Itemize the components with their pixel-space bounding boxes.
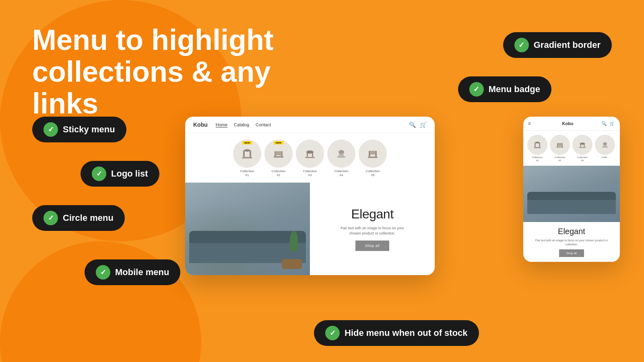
mobile-nav: ≡ Kobu 🔍 🛒 xyxy=(523,117,620,131)
badge-mobile-menu-label: Mobile menu xyxy=(115,267,169,278)
collection-item-2[interactable]: NEW Collection#2 xyxy=(264,140,293,178)
hero-title: Elegant xyxy=(351,207,393,222)
badge-sticky-menu-label: Sticky menu xyxy=(63,124,115,135)
badge-circle-menu: ✓ Circle menu xyxy=(32,205,125,231)
mobile-logo: Kobu xyxy=(534,121,601,126)
mobile-shop-all-button[interactable]: Shop all xyxy=(559,249,584,257)
mobile-collection-2[interactable]: Collection#2 xyxy=(550,135,570,162)
desktop-collections: NEW Collection#1 NEW xyxy=(185,133,435,183)
collection-item-5[interactable]: Collection#5 xyxy=(359,140,387,178)
desktop-mockup: Kobu Home Catalog Contact 🔍 🛒 NEW Coll xyxy=(185,117,435,275)
search-icon[interactable]: 🔍 xyxy=(409,121,416,128)
svg-rect-23 xyxy=(557,146,564,148)
badge-logo-list: ✓ Logo list xyxy=(80,161,159,187)
sofa-back xyxy=(189,231,306,243)
collection-label-3: Collection#3 xyxy=(303,169,317,178)
badge-hide-menu-label: Hide menu when out of stock xyxy=(345,328,468,338)
mobile-collection-1[interactable]: Collection#1 xyxy=(527,135,547,162)
svg-point-14 xyxy=(339,150,344,154)
mobile-hero-desc: Pair text with an image to focus on your… xyxy=(529,239,614,247)
mobile-collection-label-1: Collection#1 xyxy=(532,156,543,162)
mobile-sofa-back xyxy=(527,192,616,200)
mobile-hero-text: Elegant Pair text with an image to focus… xyxy=(523,222,620,262)
svg-rect-20 xyxy=(535,142,536,147)
cart-icon[interactable]: 🛒 xyxy=(420,121,427,128)
badge-hide-menu: ✓ Hide menu when out of stock xyxy=(314,320,479,346)
desktop-logo: Kobu xyxy=(193,121,208,128)
collection-item-3[interactable]: Collection#3 xyxy=(296,140,324,178)
svg-rect-21 xyxy=(539,142,540,147)
mobile-cart-icon[interactable]: 🛒 xyxy=(609,121,615,126)
shop-all-button[interactable]: Shop all xyxy=(355,241,390,251)
svg-rect-1 xyxy=(243,150,245,157)
mobile-collection-circle-2 xyxy=(550,135,570,155)
title-line1: Menu to highlight xyxy=(32,24,274,56)
hero-desc: Pair text with an image to focus on your… xyxy=(340,226,405,237)
mobile-hero-image xyxy=(523,166,620,222)
mobile-search-icon[interactable]: 🔍 xyxy=(601,121,607,126)
mobile-collection-3[interactable]: Collection#3 xyxy=(572,135,592,162)
svg-rect-15 xyxy=(368,156,378,158)
badge-gradient-border: ✓ Gradient border xyxy=(503,32,612,58)
hero-image xyxy=(185,183,310,275)
badge-circle-menu-label: Circle menu xyxy=(63,213,114,223)
badge-gradient-border-label: Gradient border xyxy=(534,40,601,50)
nav-link-contact[interactable]: Contact xyxy=(256,122,271,128)
title-line2: collections & any links xyxy=(32,56,270,119)
collection-circle-5 xyxy=(359,140,387,168)
collection-circle-4 xyxy=(327,140,355,168)
mobile-collection-label-4: Colle... xyxy=(601,156,609,159)
check-icon: ✓ xyxy=(43,211,58,225)
svg-rect-4 xyxy=(274,156,283,158)
plant-decoration xyxy=(290,231,298,251)
svg-point-33 xyxy=(603,142,607,145)
svg-rect-18 xyxy=(370,151,376,154)
badge-logo-list-label: Logo list xyxy=(111,169,148,179)
svg-rect-2 xyxy=(250,150,251,157)
mobile-collection-label-2: Collection#2 xyxy=(555,156,565,162)
mobile-hero-title: Elegant xyxy=(558,227,585,236)
hamburger-icon[interactable]: ≡ xyxy=(528,121,531,126)
check-icon: ✓ xyxy=(92,167,106,181)
collection-item-4[interactable]: Collection#4 xyxy=(327,140,355,178)
check-icon: ✓ xyxy=(325,326,340,340)
check-icon: ✓ xyxy=(514,38,529,52)
collection-circle-2: NEW xyxy=(264,140,293,168)
collection-item-1[interactable]: NEW Collection#1 xyxy=(233,140,261,178)
mobile-sofa xyxy=(527,192,616,214)
new-badge: NEW xyxy=(242,141,252,144)
svg-rect-0 xyxy=(242,157,252,158)
table-decoration xyxy=(282,259,302,269)
check-icon: ✓ xyxy=(43,122,58,137)
desktop-nav-links: Home Catalog Contact xyxy=(216,122,271,128)
badge-menu-badge-label: Menu badge xyxy=(489,84,540,95)
sofa-decoration xyxy=(189,231,306,263)
mobile-collection-4[interactable]: Colle... xyxy=(595,135,615,162)
collection-circle-3 xyxy=(296,140,324,168)
svg-rect-26 xyxy=(557,143,562,146)
svg-rect-7 xyxy=(275,151,282,155)
badge-sticky-menu: ✓ Sticky menu xyxy=(32,117,126,142)
mobile-collection-circle-4 xyxy=(595,135,615,155)
nav-link-catalog[interactable]: Catalog xyxy=(234,122,249,128)
check-icon: ✓ xyxy=(96,265,110,280)
badge-mobile-menu: ✓ Mobile menu xyxy=(85,259,180,285)
collection-label-1: Collection#1 xyxy=(240,169,254,178)
new-badge: NEW xyxy=(274,141,283,144)
collection-label-4: Collection#4 xyxy=(334,169,348,178)
badge-menu-badge: ✓ Menu badge xyxy=(458,76,551,102)
collection-label-5: Collection#5 xyxy=(365,169,380,178)
collection-label-2: Collection#2 xyxy=(271,169,285,178)
desktop-nav-icons: 🔍 🛒 xyxy=(409,121,427,128)
nav-link-home[interactable]: Home xyxy=(216,122,227,128)
check-icon: ✓ xyxy=(469,82,484,97)
svg-rect-19 xyxy=(534,147,541,148)
svg-rect-27 xyxy=(579,147,586,148)
mobile-mockup: ≡ Kobu 🔍 🛒 Collection#1 xyxy=(523,117,620,262)
mobile-collection-circle-1 xyxy=(527,135,547,155)
mobile-collections: Collection#1 Collection#2 xyxy=(523,131,620,166)
svg-point-22 xyxy=(535,142,539,143)
svg-point-11 xyxy=(306,150,314,154)
mobile-collection-circle-3 xyxy=(572,135,592,155)
mobile-collection-label-3: Collection#3 xyxy=(577,156,588,162)
